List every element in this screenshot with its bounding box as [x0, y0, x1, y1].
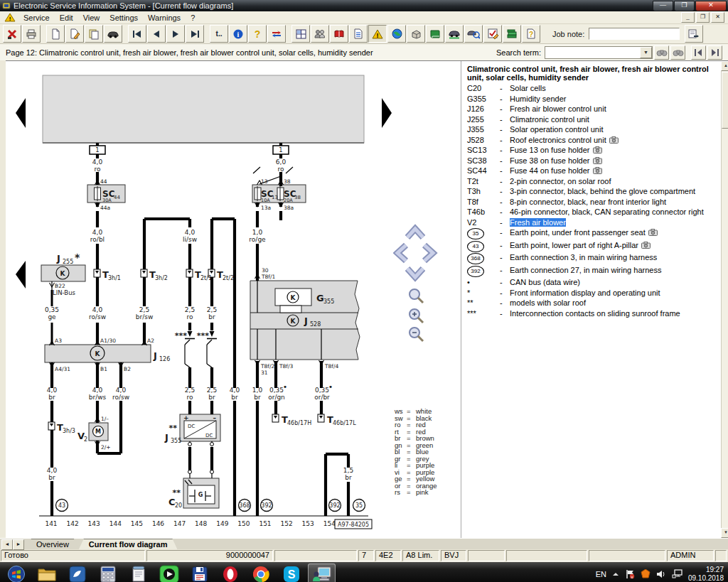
start-button[interactable] [2, 564, 30, 582]
tab-scroll-right-button[interactable]: ► [13, 539, 24, 550]
legend-entry[interactable]: •-CAN bus (data wire) [467, 278, 719, 287]
next-page-button[interactable] [166, 25, 185, 43]
find-next-button[interactable] [670, 45, 685, 60]
prev-page-button[interactable] [147, 25, 166, 43]
action-center-icon[interactable]: x [625, 569, 635, 579]
vehicle-data-button[interactable] [445, 25, 464, 43]
legend-entry[interactable]: 368-Earth connection 3, in main wiring h… [467, 253, 719, 264]
jump-back-button[interactable] [691, 45, 706, 60]
menu-settings[interactable]: Settings [105, 13, 143, 23]
web-button[interactable] [387, 25, 406, 43]
volume-icon[interactable] [656, 570, 666, 578]
legend-entry[interactable]: T3h-3-pin connector, black, behind the g… [467, 187, 719, 196]
legend-entry[interactable]: J255-Climatronic control unit [467, 115, 719, 124]
taskbar-openoffice[interactable] [63, 564, 91, 582]
taskbar-backup[interactable] [186, 564, 213, 582]
legend-entry[interactable]: SC44-Fuse 44 on fuse holder [467, 166, 719, 176]
new-document-button[interactable] [46, 25, 65, 43]
legend-entry[interactable]: SC38-Fuse 38 on fuse holder [467, 156, 719, 166]
legend-entry[interactable]: 43-Earth point, lower part of right A-pi… [467, 241, 719, 252]
taskbar-explorer[interactable] [33, 564, 60, 582]
legend-entry[interactable]: **-models with solar roof [467, 298, 719, 308]
taskbar-skype[interactable]: S [277, 564, 305, 582]
diagram-canvas[interactable]: 4336839239235141142143144145146147148149… [6, 61, 461, 538]
vehicle-button[interactable] [104, 25, 122, 43]
taskbar-elsa[interactable] [155, 564, 183, 582]
tab-current-flow-diagram[interactable]: Current flow diagram [79, 539, 178, 549]
last-page-button[interactable] [186, 25, 204, 43]
menu-view[interactable]: View [78, 13, 105, 23]
legend-entry[interactable]: *-Front information display and operatin… [467, 289, 719, 298]
menu-service[interactable]: Service [18, 13, 55, 23]
find-button[interactable] [654, 45, 669, 60]
exit-button[interactable] [3, 25, 21, 43]
tray-expand-icon[interactable] [612, 571, 619, 577]
library-button[interactable] [503, 25, 521, 43]
pan-right-button[interactable] [424, 245, 433, 261]
legend-entry[interactable]: T8f-8-pin connector, black, near front i… [467, 198, 719, 207]
legend-entry[interactable]: J126-Fresh air blower control unit [467, 104, 719, 114]
taskbar-calculator[interactable] [94, 564, 122, 582]
search-term-combobox[interactable]: ▼ [545, 46, 653, 59]
info-button[interactable]: i [229, 25, 247, 43]
taskbar-chrome[interactable] [247, 564, 274, 582]
legend-scrollbar[interactable]: ▲ ▼ [721, 61, 728, 538]
camera-icon[interactable] [593, 167, 602, 174]
pan-left-button[interactable] [397, 245, 406, 261]
menu-[interactable]: ? [186, 13, 200, 23]
compare-button[interactable] [267, 25, 286, 43]
job-note-input[interactable] [589, 28, 680, 40]
manual-button[interactable] [330, 25, 348, 43]
legend-entry[interactable]: T2t-2-pin connector, on solar roof [467, 177, 719, 186]
camera-icon[interactable] [593, 146, 602, 153]
legend-entry[interactable]: C20-Solar cells [467, 84, 719, 93]
workshop-book-button[interactable] [426, 25, 444, 43]
legend-entry[interactable]: ***-Interconnection contacts on sliding … [467, 309, 719, 318]
camera-icon[interactable] [593, 157, 602, 164]
users-button[interactable] [311, 25, 329, 43]
first-page-button[interactable] [128, 25, 146, 43]
taskbar-opera[interactable] [216, 564, 244, 582]
taskbar-elsa-viewer[interactable] [308, 564, 336, 582]
legend-entry[interactable]: J528-Roof electronics control unit [467, 136, 719, 145]
legend-entry[interactable]: 392-Earth connection 27, in main wiring … [467, 266, 719, 277]
zoom-in-icon[interactable] [410, 309, 423, 323]
combo-dropdown-icon[interactable]: ▼ [640, 47, 652, 58]
minimize-button[interactable]: — [653, 1, 673, 11]
window-grid-button[interactable] [291, 25, 310, 43]
close-button[interactable]: ✕ [695, 1, 727, 11]
tab-scroll-left-button[interactable]: ◄ [1, 539, 13, 550]
text-mode-button[interactable]: t.. [210, 25, 228, 43]
legend-entry[interactable]: 35-Earth point, under front passenger se… [467, 228, 719, 239]
legend-entry[interactable]: V2-Fresh air blower [467, 218, 719, 227]
scroll-down-icon[interactable]: ▼ [721, 528, 728, 538]
warnings-button[interactable]: ! [368, 25, 387, 43]
language-indicator[interactable]: EN [596, 570, 606, 578]
tab-overview[interactable]: Overview [26, 539, 79, 549]
mdi-close-button[interactable]: ✕ [711, 12, 724, 23]
vehicle-search-button[interactable] [464, 25, 483, 43]
archive-button[interactable] [407, 25, 425, 43]
camera-icon[interactable] [609, 136, 619, 144]
camera-icon[interactable] [648, 229, 658, 236]
legend-entry[interactable]: G355-Humidity sender [467, 95, 719, 104]
mdi-minimize-button[interactable]: _ [681, 12, 695, 23]
job-note-button[interactable] [685, 25, 703, 43]
zoom-reset-icon[interactable] [410, 289, 423, 303]
pan-up-button[interactable] [407, 229, 423, 237]
antivirus-icon[interactable] [641, 569, 651, 579]
mdi-restore-button[interactable]: ❐ [696, 12, 710, 23]
camera-icon[interactable] [641, 242, 651, 249]
edit-document-button[interactable] [65, 25, 84, 43]
pan-down-button[interactable] [407, 269, 423, 277]
help-button[interactable]: ? [248, 25, 267, 43]
restore-button[interactable]: ❐ [674, 1, 695, 11]
legend-entry[interactable]: SC13-Fuse 13 on fuse holder [467, 146, 719, 155]
checklist-button[interactable] [483, 25, 502, 43]
network-icon[interactable] [672, 569, 682, 578]
taskbar-notepad[interactable] [124, 564, 152, 582]
menu-warnings[interactable]: Warnings [143, 13, 186, 23]
scroll-up-icon[interactable]: ▲ [721, 61, 728, 71]
menu-edit[interactable]: Edit [55, 13, 78, 23]
scroll-thumb[interactable] [722, 72, 728, 129]
